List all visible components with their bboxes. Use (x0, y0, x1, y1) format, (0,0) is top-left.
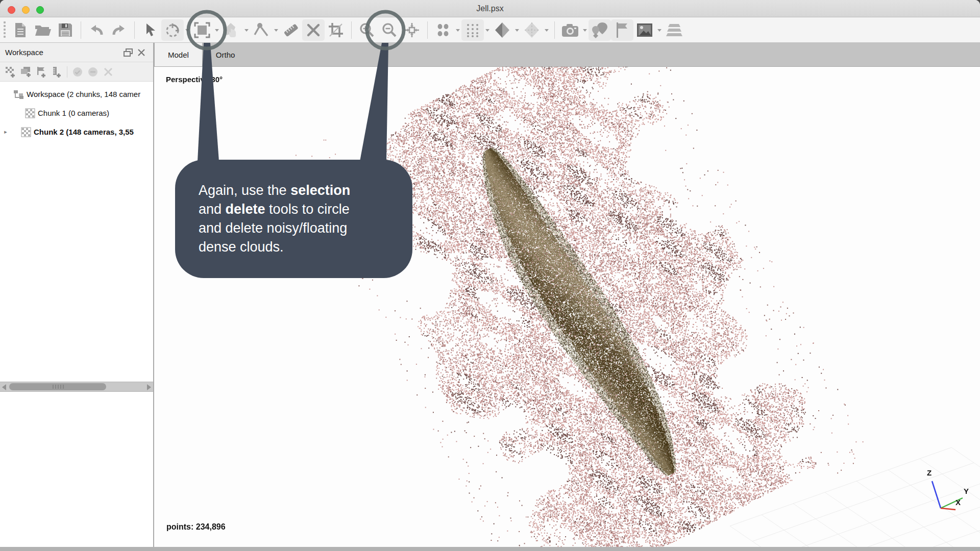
add-scalebar-icon[interactable] (49, 64, 64, 80)
toolbar-separator (81, 21, 81, 39)
window-title: Jell.psx (0, 4, 980, 13)
scroll-left-arrow[interactable] (2, 384, 6, 390)
save-button[interactable] (54, 19, 77, 41)
tab-ortho[interactable]: Ortho (203, 43, 249, 66)
tree-item-label: Workspace (2 chunks, 148 camer (27, 90, 140, 98)
toolbar-drag-handle[interactable] (0, 19, 9, 41)
panel-toolbar-separator (67, 66, 67, 78)
view-tabbar: Model Ortho (154, 43, 980, 67)
close-panel-button[interactable] (135, 46, 148, 59)
chunk-icon (18, 127, 34, 137)
draw-polyline-dropdown[interactable] (273, 19, 280, 41)
show-labels-button[interactable] (611, 19, 633, 41)
show-images-button[interactable] (633, 19, 656, 41)
scrollbar-thumb[interactable] (9, 383, 106, 390)
tree-item-label: Chunk 1 (0 cameras) (38, 109, 109, 117)
new-document-button[interactable] (9, 19, 32, 41)
viewport-column: Model Ortho Perspective 30° points: 234,… (154, 43, 980, 547)
main-toolbar (0, 17, 980, 43)
freeform-selection-dropdown[interactable] (243, 19, 250, 41)
close-icon[interactable] (101, 64, 116, 80)
workspace-tree: Workspace (2 chunks, 148 camer Chunk 1 (… (0, 82, 153, 141)
mesh-solid-dropdown[interactable] (543, 19, 550, 41)
point-cloud-canvas[interactable] (154, 67, 980, 547)
rectangle-selection-dropdown[interactable] (213, 19, 220, 41)
title-bar: Jell.psx (0, 0, 980, 17)
show-images-dropdown[interactable] (656, 19, 663, 41)
points-count-label: points: 234,896 (166, 522, 226, 532)
dense-cloud-button[interactable] (461, 19, 484, 41)
expander-icon[interactable]: ▸ (0, 129, 11, 135)
scroll-right-arrow[interactable] (147, 384, 151, 390)
ruler-button[interactable] (280, 19, 302, 41)
mesh-solid-button[interactable] (521, 19, 543, 41)
delete-button[interactable] (302, 19, 325, 41)
float-panel-button[interactable] (121, 46, 135, 59)
show-markers-button[interactable] (589, 19, 611, 41)
mesh-shaded-button[interactable] (491, 19, 513, 41)
zoom-in-button[interactable] (356, 19, 378, 41)
workspace-panel-toolbar (0, 62, 153, 82)
remove-icon[interactable] (85, 64, 101, 80)
tree-item-chunk2[interactable]: ▸ Chunk 2 (148 cameras, 3,55 (0, 122, 153, 141)
toolbar-separator (134, 21, 135, 39)
mesh-shaded-dropdown[interactable] (513, 19, 521, 41)
rotate-object-dropdown[interactable] (184, 19, 191, 41)
redo-button[interactable] (108, 19, 130, 41)
axis-x-label: X (955, 498, 961, 507)
open-folder-button[interactable] (32, 19, 54, 41)
model-view: Perspective 30° points: 234,896 Z Y X (154, 67, 980, 547)
workspace-panel: Workspace (0, 43, 154, 547)
add-marker-icon[interactable] (34, 64, 49, 80)
perspective-label: Perspective 30° (166, 75, 223, 84)
point-cloud-dropdown[interactable] (454, 19, 461, 41)
zoom-out-button[interactable] (378, 19, 401, 41)
app-window: Jell.psx (0, 0, 980, 551)
tree-item-chunk1[interactable]: Chunk 1 (0 cameras) (0, 104, 153, 122)
axis-gizmo: Z Y X (911, 458, 971, 515)
show-cameras-button[interactable] (559, 19, 581, 41)
chunk-icon (22, 108, 38, 118)
accept-icon[interactable] (70, 64, 85, 80)
ortho-stack-button[interactable] (663, 19, 685, 41)
draw-polyline-button[interactable] (250, 19, 273, 41)
tree-item-label: Chunk 2 (148 cameras, 3,55 (34, 128, 134, 136)
toolbar-separator (351, 21, 352, 39)
freeform-selection-button[interactable] (220, 19, 243, 41)
axis-y-label: Y (964, 487, 969, 495)
show-cameras-dropdown[interactable] (581, 19, 589, 41)
workspace-panel-header: Workspace (0, 43, 153, 62)
callout-bubble: Again, use the selectionand delete tools… (175, 160, 412, 278)
reset-view-button[interactable] (401, 19, 423, 41)
horizontal-scrollbar[interactable] (0, 382, 153, 392)
rotate-object-button[interactable] (161, 19, 184, 41)
crop-region-button[interactable] (325, 19, 347, 41)
rectangle-selection-button[interactable] (191, 19, 213, 41)
workspace-panel-title: Workspace (5, 48, 121, 57)
tab-model[interactable]: Model (154, 43, 203, 66)
add-chunk-icon[interactable] (3, 64, 18, 80)
select-arrow-button[interactable] (139, 19, 161, 41)
toolbar-separator (427, 21, 428, 39)
toolbar-separator (554, 21, 555, 39)
tree-item-workspace[interactable]: Workspace (2 chunks, 148 camer (0, 85, 153, 104)
point-cloud-button[interactable] (432, 19, 454, 41)
undo-button[interactable] (85, 19, 108, 41)
dense-cloud-dropdown[interactable] (484, 19, 491, 41)
workspace-icon (11, 89, 27, 99)
add-photos-icon[interactable] (18, 64, 34, 80)
window-bottom-edge (0, 547, 980, 551)
axis-z-label: Z (927, 468, 932, 477)
